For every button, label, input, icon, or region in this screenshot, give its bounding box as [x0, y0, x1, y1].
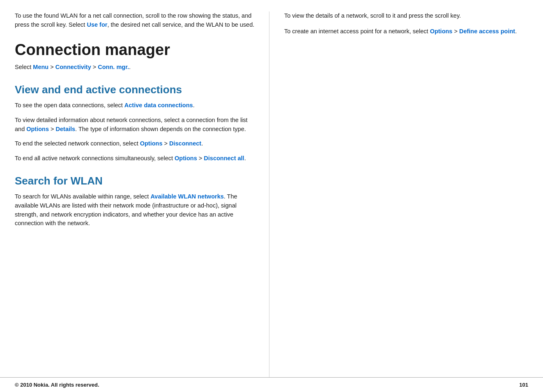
section1-para1: To see the open data connections, select…: [15, 101, 257, 110]
footer-copyright: © 2010 Nokia. All rights reserved.: [15, 382, 99, 388]
nav-prefix: Select: [15, 64, 33, 70]
nav-breadcrumb: Select Menu > Connectivity > Conn. mgr..: [15, 63, 257, 72]
s1p1-prefix: To see the open data connections, select: [15, 102, 124, 108]
rp2-suffix: .: [515, 28, 517, 35]
section-search-wlan-body: To search for WLANs available within ran…: [15, 192, 257, 228]
use-for-link[interactable]: Use for: [87, 21, 107, 28]
define-access-point-link[interactable]: Define access point: [459, 28, 515, 35]
left-column: To use the found WLAN for a net call con…: [15, 12, 269, 377]
right-para1: To view the details of a network, scroll…: [284, 12, 524, 21]
rp2-prefix: To create an internet access point for a…: [284, 28, 430, 35]
main-content: To use the found WLAN for a net call con…: [0, 0, 543, 377]
right-para2: To create an internet access point for a…: [284, 27, 524, 36]
section-view-end-title: View and end active connections: [15, 83, 257, 96]
nav-suffix: .: [129, 64, 131, 70]
options-link-3[interactable]: Options: [175, 155, 197, 161]
s1p3-sep: >: [162, 140, 169, 147]
footer: © 2010 Nokia. All rights reserved. 101: [0, 377, 543, 392]
right-column-body: To view the details of a network, scroll…: [284, 12, 524, 36]
right-column: To view the details of a network, scroll…: [269, 12, 524, 377]
s1p2-suffix: . The type of information shown depends …: [75, 126, 246, 132]
options-link-2[interactable]: Options: [140, 140, 163, 147]
section1-para4: To end all active network connections si…: [15, 154, 257, 163]
s1p4-prefix: To end all active network connections si…: [15, 155, 175, 161]
section-view-end: View and end active connections To see t…: [15, 83, 257, 163]
rp2-sep: >: [452, 28, 459, 35]
page-title: Connection manager: [15, 41, 257, 59]
active-data-connections-link[interactable]: Active data connections: [124, 102, 193, 108]
section-search-wlan: Search for WLAN To search for WLANs avai…: [15, 175, 257, 228]
section2-para1: To search for WLANs available within ran…: [15, 192, 257, 228]
s1p2-sep: >: [49, 126, 56, 132]
disconnect-link[interactable]: Disconnect: [169, 140, 201, 147]
details-link[interactable]: Details: [56, 126, 76, 132]
conn-mgr-link[interactable]: Conn. mgr.: [98, 64, 129, 70]
options-link-right[interactable]: Options: [430, 28, 453, 35]
intro-paragraph: To use the found WLAN for a net call con…: [15, 12, 257, 30]
s1p3-suffix: .: [201, 140, 203, 147]
footer-page-number: 101: [519, 382, 528, 388]
section-view-end-body: To see the open data connections, select…: [15, 101, 257, 163]
s1p1-suffix: .: [193, 102, 195, 108]
section-search-wlan-title: Search for WLAN: [15, 175, 257, 187]
options-link-1[interactable]: Options: [26, 126, 49, 132]
disconnect-all-link[interactable]: Disconnect all: [204, 155, 244, 161]
s1p4-sep: >: [197, 155, 204, 161]
intro-text-suffix: , the desired net call service, and the …: [107, 21, 254, 28]
section1-para3: To end the selected network connection, …: [15, 139, 257, 148]
nav-sep1: >: [48, 64, 55, 70]
available-wlan-link[interactable]: Available WLAN networks: [150, 193, 223, 200]
nav-sep2: >: [91, 64, 98, 70]
page-container: To use the found WLAN for a net call con…: [0, 0, 543, 392]
s1p3-prefix: To end the selected network connection, …: [15, 140, 140, 147]
s1p4-suffix: .: [244, 155, 246, 161]
section1-para2: To view detailed information about netwo…: [15, 116, 257, 134]
s2p1-prefix: To search for WLANs available within ran…: [15, 193, 150, 200]
connectivity-link[interactable]: Connectivity: [55, 64, 91, 70]
menu-link[interactable]: Menu: [33, 64, 48, 70]
